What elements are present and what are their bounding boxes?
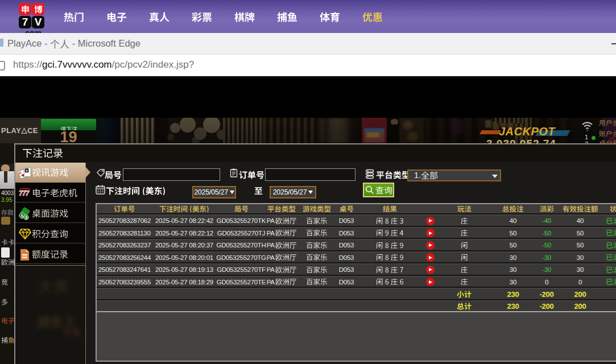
svg-text:$: $ bbox=[21, 213, 24, 218]
svg-text:$: $ bbox=[25, 216, 27, 220]
svg-text:777: 777 bbox=[18, 189, 30, 197]
